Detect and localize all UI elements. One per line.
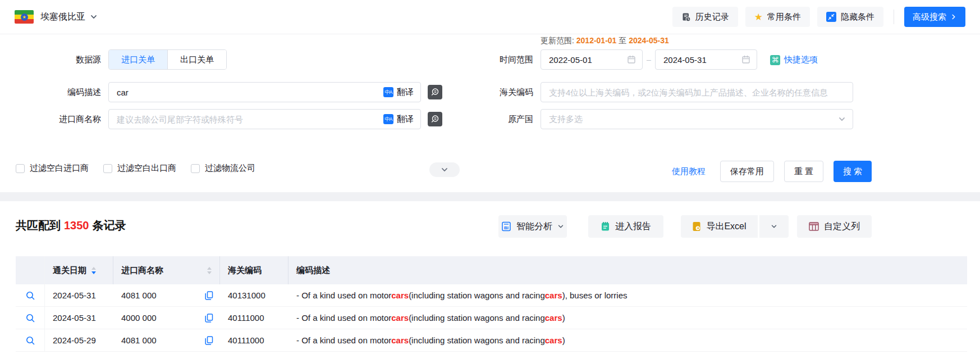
header-label: 通关日期 (53, 265, 86, 276)
highlighted-term: cars (391, 313, 409, 323)
tab-export-declarations[interactable]: 出口关单 (167, 50, 226, 69)
date-to-value: 2024-05-31 (663, 55, 707, 65)
translate-button[interactable]: 中A 翻译 (383, 114, 414, 125)
translate-label: 翻译 (397, 87, 414, 98)
sort-desc-icon[interactable] (91, 271, 96, 274)
expand-more-filters-button[interactable] (429, 162, 460, 177)
sort-control-date[interactable] (91, 267, 96, 274)
chevron-down-icon (838, 115, 846, 123)
exact-match-icon (431, 115, 439, 124)
filter-blank-exporter-checkbox[interactable]: 过滤空白出口商 (103, 163, 176, 174)
header-importer-name: 进口商名称 (113, 256, 220, 284)
header-hs-code: 海关编码 (220, 256, 288, 284)
row-detail-button[interactable] (16, 329, 45, 351)
hs-code-field (541, 82, 853, 102)
exact-match-button[interactable] (428, 112, 442, 126)
cell-code-description: - Of a kind used on motor cars (includin… (288, 329, 967, 351)
datasource-tabs: 进口关单 出口关单 (108, 49, 227, 70)
exact-match-button[interactable] (428, 85, 442, 99)
copy-icon[interactable] (205, 291, 213, 300)
results-table-body: 2024-05-314081 00040131000- Of a kind us… (16, 284, 967, 352)
copy-icon[interactable] (205, 314, 213, 323)
export-options-toggle[interactable] (759, 215, 789, 238)
country-chevron-down-icon[interactable] (90, 13, 98, 21)
cell-importer-name: 4081 000 (113, 329, 220, 351)
highlighted-term: cars (545, 335, 562, 345)
translate-icon: 中A (383, 87, 393, 97)
calendar-icon (741, 55, 750, 64)
translate-icon: 中A (383, 114, 393, 124)
smart-analysis-button[interactable]: BI 智能分析 (498, 215, 567, 238)
filter-logistics-company-checkbox[interactable]: 过滤物流公司 (191, 163, 255, 174)
update-range-from: 2012-01-01 (576, 36, 617, 45)
highlighted-term: cars (391, 335, 409, 345)
search-button[interactable]: 搜 索 (834, 161, 872, 182)
cell-code-description: - Of a kind used on motor cars (includin… (288, 307, 967, 329)
chevron-right-icon (950, 13, 957, 20)
export-excel-group: 导出Excel (681, 215, 789, 238)
export-excel-icon (692, 221, 701, 232)
filter-label: 过滤空白出口商 (117, 163, 176, 174)
update-range-text: 更新范围: 2012-01-01 至 2024-05-31 (541, 36, 669, 46)
highlighted-term: cars (545, 313, 562, 323)
code-description-input[interactable] (109, 88, 383, 97)
history-icon (681, 12, 691, 22)
hide-conditions-label: 隐藏条件 (841, 12, 874, 22)
results-count-prefix: 共匹配到 (16, 219, 61, 232)
chevron-down-icon (557, 223, 564, 230)
importer-name-value: 4081 000 (121, 291, 157, 300)
bi-analysis-icon: BI (501, 221, 511, 232)
translate-button[interactable]: 中A 翻译 (383, 87, 414, 98)
row-detail-button[interactable] (16, 284, 45, 306)
filter-label: 过滤物流公司 (205, 163, 255, 174)
code-description-field: 中A 翻译 (108, 82, 421, 102)
top-bar-divider (894, 10, 894, 24)
quick-options-label: 快捷选项 (784, 55, 818, 65)
custom-columns-button[interactable]: 自定义列 (797, 215, 872, 238)
chevron-down-icon (771, 223, 777, 230)
copy-icon[interactable] (205, 336, 213, 345)
checkbox-icon (16, 164, 25, 173)
export-excel-button[interactable]: 导出Excel (681, 215, 758, 238)
date-range-separator: – (644, 49, 653, 70)
date-to-input[interactable]: 2024-05-31 (655, 49, 757, 70)
importer-name-value: 4081 000 (121, 335, 157, 345)
section-separator (0, 192, 980, 201)
translate-label: 翻译 (397, 114, 414, 125)
time-range-label: 时间范围 (443, 49, 533, 70)
sort-asc-icon[interactable] (207, 267, 212, 270)
cell-hs-code: 40131000 (220, 284, 288, 306)
top-bar-actions: 历史记录 ★ 常用条件 隐藏条件 高级搜索 (672, 7, 965, 27)
quick-options-button[interactable]: ⌘ 快捷选项 (770, 55, 818, 65)
tab-import-declarations[interactable]: 进口关单 (109, 50, 167, 69)
origin-country-placeholder: 支持多选 (549, 114, 583, 125)
save-favorite-button[interactable]: 保存常用 (720, 161, 774, 182)
enter-report-button[interactable]: 进入报告 (588, 215, 663, 238)
favorites-button[interactable]: ★ 常用条件 (745, 7, 810, 27)
sort-control-importer[interactable] (207, 267, 212, 274)
advanced-search-button[interactable]: 高级搜索 (904, 7, 965, 27)
date-from-input[interactable]: 2022-05-01 (541, 49, 643, 70)
sort-asc-icon[interactable] (91, 267, 96, 270)
hide-conditions-button[interactable]: 隐藏条件 (817, 7, 883, 27)
results-table: 通关日期 进口商名称 海关编码 编码描述 2024-05-314081 00 (16, 256, 967, 352)
country-selector-label[interactable]: 埃塞俄比亚 (40, 11, 85, 23)
row-detail-button[interactable] (16, 307, 45, 329)
importer-name-input[interactable] (109, 115, 383, 124)
calendar-icon (627, 55, 636, 64)
magnifier-icon[interactable] (25, 313, 35, 323)
tutorial-link[interactable]: 使用教程 (672, 161, 706, 182)
history-button[interactable]: 历史记录 (672, 7, 738, 27)
sort-desc-icon[interactable] (207, 271, 212, 274)
filter-blank-importer-checkbox[interactable]: 过滤空白进口商 (16, 163, 89, 174)
filter-label: 过滤空白进口商 (30, 163, 89, 174)
reset-button[interactable]: 重 置 (784, 161, 823, 182)
hs-code-input[interactable] (541, 88, 846, 97)
origin-country-select[interactable]: 支持多选 (541, 109, 853, 129)
magnifier-icon[interactable] (25, 335, 35, 346)
magnifier-icon[interactable] (25, 291, 35, 301)
chevron-down-icon (441, 166, 448, 174)
advanced-search-label: 高级搜索 (913, 12, 946, 22)
results-count-number: 1350 (61, 219, 93, 232)
custom-columns-label: 自定义列 (824, 221, 860, 233)
